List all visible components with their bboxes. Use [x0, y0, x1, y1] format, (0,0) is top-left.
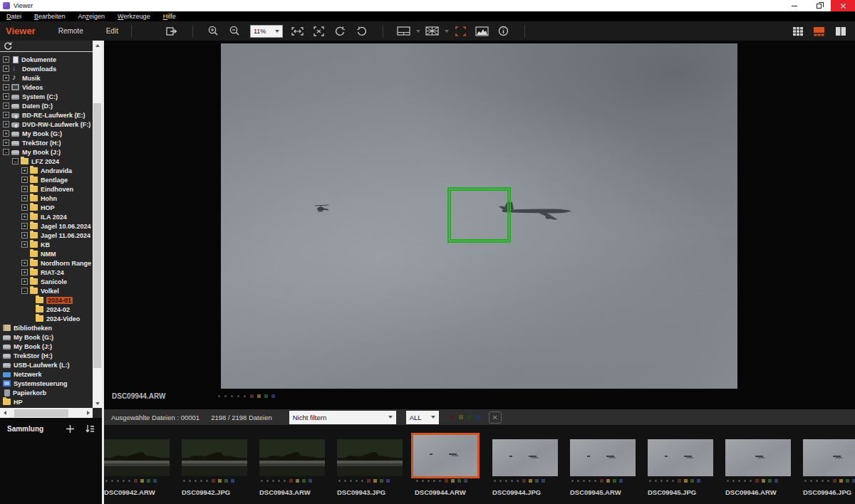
scrollbar-thumb[interactable]	[93, 103, 101, 368]
tree-item[interactable]: DVD-RW-Laufwerk (F:)	[0, 120, 93, 129]
expand-toggle-icon[interactable]	[3, 84, 9, 90]
expand-toggle-icon[interactable]	[3, 103, 9, 109]
filter-label-yellow[interactable]	[459, 415, 463, 419]
tree-item[interactable]: My Book (G:)	[0, 332, 93, 342]
rotate-right-button[interactable]	[353, 23, 370, 39]
thumbnail-image[interactable]	[570, 439, 636, 476]
expand-toggle-icon[interactable]	[3, 93, 9, 100]
tree-item[interactable]: Sanicole	[0, 277, 93, 286]
export-button[interactable]	[163, 23, 180, 39]
expand-toggle-icon[interactable]	[21, 278, 28, 285]
tree-item[interactable]: Papierkorb	[0, 388, 93, 397]
tree-item[interactable]: Eindhoven	[0, 184, 93, 194]
tree-horizontal-scrollbar[interactable]	[0, 408, 93, 418]
tree-item[interactable]: Jagel 10.06.2024	[0, 221, 93, 231]
tree-item[interactable]: ILA 2024	[0, 212, 93, 221]
zoom-level-dropdown[interactable]: 11%	[250, 25, 283, 38]
tree-item[interactable]: TrekStor (H:)	[0, 138, 93, 147]
thumbnail-item[interactable]: DSC09946.ARW	[725, 425, 791, 504]
filter-label-blue[interactable]	[476, 415, 480, 419]
thumbnail-image[interactable]	[648, 439, 713, 476]
close-button[interactable]	[831, 0, 855, 11]
color-label-red[interactable]	[250, 394, 254, 398]
tree-item[interactable]: Hohn	[0, 194, 93, 203]
rating-dot[interactable]	[231, 395, 233, 397]
expand-toggle-icon[interactable]	[3, 65, 9, 72]
expand-toggle-icon[interactable]	[21, 288, 28, 294]
tree-item[interactable]: HOP	[0, 203, 93, 212]
expand-toggle-icon[interactable]	[21, 204, 28, 211]
thumbnail-item[interactable]: DSC09942.ARW	[104, 425, 170, 504]
expand-toggle-icon[interactable]	[21, 232, 28, 238]
color-label-green[interactable]	[264, 394, 268, 398]
expand-toggle-icon[interactable]	[21, 241, 28, 248]
layout-multi-button[interactable]	[424, 23, 441, 39]
thumbnail-item[interactable]: DSC09945.ARW	[570, 425, 636, 504]
layout-single-dropdown-icon[interactable]	[416, 30, 420, 33]
scroll-left-button[interactable]	[0, 408, 9, 418]
minimize-button[interactable]	[782, 0, 807, 11]
expand-toggle-icon[interactable]	[21, 195, 28, 201]
grid-view-button[interactable]	[789, 23, 807, 38]
expand-toggle-icon[interactable]	[21, 269, 28, 275]
rotate-left-button[interactable]	[332, 23, 349, 39]
expand-toggle-icon[interactable]	[21, 177, 28, 183]
tree-item[interactable]: 2024-Video	[0, 314, 93, 323]
thumbnail-image[interactable]	[337, 439, 403, 476]
thumbnail-image[interactable]	[259, 439, 325, 476]
expand-toggle-icon[interactable]	[21, 223, 28, 229]
menu-item[interactable]: Datei	[0, 11, 28, 21]
restore-button[interactable]	[807, 0, 831, 11]
tree-item[interactable]: My Book (J:)	[0, 147, 93, 157]
thumbnail-item[interactable]: DSC09945.JPG	[648, 425, 713, 504]
expand-toggle-icon[interactable]	[12, 158, 19, 164]
histogram-button[interactable]	[474, 23, 491, 39]
tree-item[interactable]: LFZ 2024	[0, 157, 93, 166]
expand-toggle-icon[interactable]	[3, 149, 9, 155]
file-type-dropdown[interactable]: ALL	[406, 411, 439, 424]
tree-item[interactable]: Andravida	[0, 166, 93, 175]
color-label-blue[interactable]	[271, 394, 275, 398]
thumbnail-item[interactable]: DSC09944.JPG	[492, 425, 558, 504]
thumbnail-image[interactable]	[492, 439, 558, 476]
expand-toggle-icon[interactable]	[21, 167, 28, 174]
scrollbar-thumb[interactable]	[14, 409, 68, 417]
tab-edit[interactable]: Edit	[106, 27, 118, 35]
thumbnail-item[interactable]: DSC09944.ARW	[415, 425, 480, 504]
menu-item[interactable]: Werkzeuge	[111, 11, 157, 21]
zoom-out-button[interactable]	[227, 23, 244, 39]
tree-item[interactable]: My Book (J:)	[0, 342, 93, 351]
menu-item[interactable]: Anzeigen	[72, 11, 112, 21]
tree-item[interactable]: 2024-02	[0, 305, 93, 314]
refresh-button[interactable]	[4, 40, 12, 53]
tree-item[interactable]: Bentlage	[0, 175, 93, 184]
expand-toggle-icon[interactable]	[21, 260, 28, 266]
tree-item[interactable]: NMM	[0, 249, 93, 258]
tree-item[interactable]: Volkel	[0, 286, 93, 295]
thumbnail-item[interactable]: DSC09942.JPG	[182, 425, 247, 504]
tree-item[interactable]: HP	[0, 397, 93, 406]
info-button[interactable]	[495, 23, 512, 39]
rating-dot[interactable]	[224, 395, 227, 397]
color-label-yellow[interactable]	[257, 394, 261, 398]
expand-toggle-icon[interactable]	[3, 112, 9, 118]
tree-item[interactable]: 2024-01	[0, 295, 93, 305]
expand-toggle-icon[interactable]	[3, 56, 9, 63]
clear-filter-button[interactable]: ✕	[489, 411, 502, 424]
tree-item[interactable]: Videos	[0, 83, 93, 92]
tab-remote[interactable]: Remote	[58, 27, 83, 35]
thumbnail-item[interactable]: DSC09943.JPG	[337, 425, 403, 504]
menu-item[interactable]: Bearbeiten	[28, 11, 72, 21]
filter-dropdown[interactable]: Nicht filtern	[289, 411, 396, 424]
filter-label-red[interactable]	[450, 415, 455, 419]
expand-toggle-icon[interactable]	[3, 140, 9, 146]
expand-toggle-icon[interactable]	[21, 214, 28, 220]
tree-item[interactable]: Systemsteuerung	[0, 379, 93, 388]
thumbnail-image[interactable]	[182, 439, 247, 476]
thumbnail-item[interactable]: DSC09943.ARW	[259, 425, 325, 504]
focus-frame-button[interactable]	[452, 23, 470, 39]
sort-collection-button[interactable]	[83, 422, 96, 435]
tree-item[interactable]: Nordhorn Range	[0, 258, 93, 268]
rating-dot[interactable]	[218, 395, 220, 397]
filter-label-green[interactable]	[467, 415, 472, 419]
